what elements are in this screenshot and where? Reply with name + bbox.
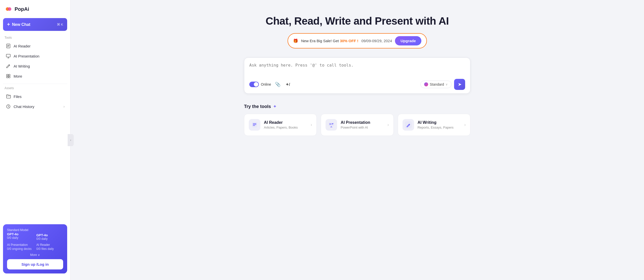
sale-banner: 🎁 New Era Big Sale! Get 30% OFF ! 09/09-…	[288, 33, 427, 48]
chat-history-chevron-icon: ›	[63, 104, 65, 108]
standard-model-value: GPT-4o	[7, 232, 34, 236]
attach-icon[interactable]: 📎	[274, 81, 281, 88]
toggle-track	[249, 82, 259, 87]
model-dot	[424, 82, 428, 86]
ai-reader-label: AI Reader	[14, 44, 31, 48]
model-label: Standard	[430, 82, 444, 86]
ai-reader-stat-value: 0/0 files daily	[36, 247, 63, 251]
collapse-handle[interactable]: ‹	[68, 134, 74, 146]
tool-card-ai-writing[interactable]: AI Writing Reports, Essays, Papers ›	[398, 114, 470, 136]
gpt-daily-label: 0/0 daily	[36, 237, 63, 241]
gpt-model-value: GPT-4o	[36, 233, 63, 237]
assets-section-label: Assets	[3, 86, 67, 90]
toggle-thumb	[254, 82, 258, 87]
sale-dates: 09/09-09/29, 2024	[361, 39, 392, 43]
ai-presentation-stat: AI Presentation 0/0 ongoing decks	[7, 243, 34, 251]
new-chat-shortcut: ⌘ K	[57, 23, 63, 26]
plus-icon: +	[7, 22, 10, 27]
stats-card: Standard Model GPT-4o 0/0 daily GPT-4o 0…	[3, 224, 67, 273]
svg-point-2	[8, 7, 11, 11]
svg-rect-18	[253, 124, 256, 125]
svg-rect-11	[7, 74, 8, 76]
sidebar: PopAi + New Chat ⌘ K Tools AI Reader AI …	[0, 0, 70, 280]
chat-input[interactable]	[249, 63, 465, 75]
slash-command-icon[interactable]: ✦/	[285, 81, 291, 88]
tool-reader-chevron-icon: ›	[311, 123, 312, 127]
upgrade-button[interactable]: Upgrade	[395, 36, 421, 45]
new-chat-label: New Chat	[12, 22, 30, 27]
model-chevron-icon: ∨	[446, 83, 448, 86]
tool-writing-desc: Reports, Essays, Papers	[418, 126, 461, 129]
logo-icon	[5, 5, 13, 13]
tool-cards: AI Reader Articles, Papers, Books › AI P…	[244, 114, 470, 136]
divider	[3, 84, 67, 84]
sparkle-icon: ✦	[273, 104, 277, 109]
collapse-icon: ‹	[70, 138, 71, 142]
sidebar-item-more[interactable]: More	[3, 71, 67, 81]
tool-card-ai-reader[interactable]: AI Reader Articles, Papers, Books ›	[244, 114, 317, 136]
model-selector[interactable]: Standard ∨	[420, 81, 452, 88]
tool-reader-name: AI Reader	[264, 120, 307, 125]
main-title: Chat, Read, Write and Present with AI	[266, 15, 449, 27]
ai-presentation-icon	[6, 53, 11, 59]
gpt-stat: GPT-4o 0/0 daily	[36, 228, 63, 241]
try-tools-header: Try the tools ✦	[244, 104, 470, 109]
svg-rect-7	[6, 54, 10, 57]
standard-model-stat: Standard Model GPT-4o 0/0 daily	[7, 228, 34, 241]
tool-reader-icon	[249, 119, 260, 131]
tools-section-label: Tools	[3, 36, 67, 39]
sidebar-item-ai-presentation[interactable]: AI Presentation	[3, 51, 67, 61]
tool-presentation-icon	[326, 119, 337, 131]
svg-rect-22	[332, 123, 333, 124]
tool-card-ai-presentation[interactable]: AI Presentation PowerPoint with AI ›	[321, 114, 393, 136]
chat-history-icon	[6, 104, 11, 109]
logo-row: PopAi	[3, 4, 67, 14]
sidebar-item-chat-history[interactable]: Chat History ›	[3, 101, 67, 111]
ai-presentation-stat-value: 0/0 ongoing decks	[7, 247, 34, 251]
svg-rect-12	[9, 74, 10, 76]
svg-rect-14	[9, 76, 10, 78]
ai-writing-label: AI Writing	[14, 64, 30, 68]
new-chat-button[interactable]: + New Chat ⌘ K	[3, 18, 67, 31]
sidebar-item-ai-writing[interactable]: AI Writing	[3, 61, 67, 71]
tool-presentation-name: AI Presentation	[341, 120, 384, 125]
tool-presentation-chevron-icon: ›	[387, 123, 389, 127]
tool-writing-name: AI Writing	[418, 120, 461, 125]
svg-rect-13	[7, 76, 8, 78]
stats-more-link[interactable]: More ∨	[7, 253, 63, 257]
svg-rect-17	[253, 123, 256, 124]
standard-model-label: Standard Model	[7, 228, 34, 232]
online-label: Online	[261, 82, 271, 86]
chat-box: Online 📎 ✦/ Standard ∨ ➤	[244, 58, 470, 94]
sign-up-button[interactable]: Sign up /Log in	[7, 259, 63, 269]
more-icon	[6, 74, 11, 79]
files-icon	[6, 94, 11, 99]
svg-rect-19	[253, 125, 255, 126]
tool-writing-icon	[403, 119, 414, 131]
app-name: PopAi	[15, 6, 29, 12]
send-icon: ➤	[458, 82, 462, 87]
sale-percent: 30% OFF !	[340, 39, 358, 43]
tool-presentation-desc: PowerPoint with AI	[341, 126, 384, 129]
gift-icon: 🎁	[293, 38, 298, 43]
sidebar-item-files[interactable]: Files	[3, 91, 67, 101]
svg-rect-21	[329, 123, 331, 125]
tool-reader-desc: Articles, Papers, Books	[264, 126, 307, 129]
sidebar-item-ai-reader[interactable]: AI Reader	[3, 41, 67, 51]
standard-daily-label: 0/0 daily	[7, 236, 34, 240]
ai-reader-icon	[6, 43, 11, 48]
ai-reader-stat: AI Reader 0/0 files daily	[36, 243, 63, 251]
files-label: Files	[14, 94, 22, 99]
online-toggle[interactable]: Online	[249, 82, 271, 87]
ai-reader-stat-label: AI Reader	[36, 243, 63, 247]
svg-rect-23	[332, 124, 333, 125]
sale-text-before: New Era Big Sale! Get 30% OFF !	[301, 39, 358, 43]
main-content: Chat, Read, Write and Present with AI 🎁 …	[70, 0, 644, 280]
ai-presentation-stat-label: AI Presentation	[7, 243, 34, 247]
chat-toolbar: Online 📎 ✦/ Standard ∨ ➤	[249, 79, 465, 90]
svg-line-10	[9, 65, 10, 66]
ai-presentation-label: AI Presentation	[14, 54, 39, 58]
try-tools-title: Try the tools	[244, 104, 271, 109]
tool-writing-chevron-icon: ›	[464, 123, 466, 127]
send-button[interactable]: ➤	[454, 79, 465, 90]
